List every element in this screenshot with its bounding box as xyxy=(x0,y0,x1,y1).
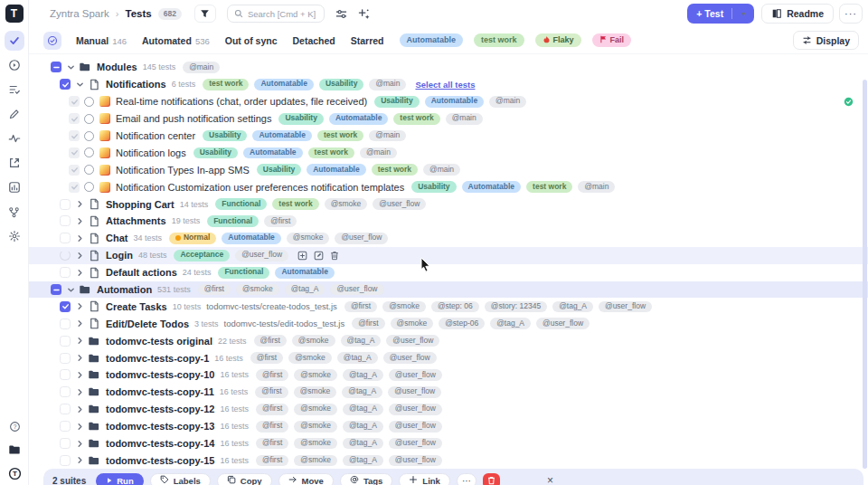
row-chip[interactable]: @smoke xyxy=(287,233,330,244)
row-chip[interactable]: test work xyxy=(308,147,354,159)
row-checkbox[interactable] xyxy=(60,301,71,312)
row-chip[interactable]: @main xyxy=(578,181,615,193)
row-title[interactable]: todomvc-tests-copy-11 xyxy=(106,386,214,397)
sidebar-item-runs[interactable] xyxy=(5,55,24,75)
row-checkbox[interactable] xyxy=(60,199,71,210)
chevron-down-icon[interactable] xyxy=(73,81,86,89)
row-title[interactable]: Real-time notifications (chat, order upd… xyxy=(116,96,367,107)
tree-row[interactable]: todomvc-tests-copy-1316 tests@first@smok… xyxy=(29,418,868,435)
row-chip[interactable]: Functional xyxy=(207,215,259,227)
chevron-right-icon[interactable] xyxy=(73,302,86,310)
row-chip[interactable]: @first xyxy=(254,335,287,347)
row-chip[interactable]: @story: 12345 xyxy=(485,301,547,313)
filter-chip-flaky[interactable]: Flaky xyxy=(535,33,581,47)
row-chip[interactable]: @smoke xyxy=(294,438,337,450)
row-chip[interactable]: Automatable xyxy=(425,96,484,108)
chevron-right-icon[interactable] xyxy=(73,337,86,345)
row-title[interactable]: todomvc-tests-copy-15 xyxy=(106,455,214,466)
row-title[interactable]: Default actions xyxy=(106,267,177,278)
row-chip[interactable]: @main xyxy=(446,113,483,125)
sidebar-item-tests[interactable] xyxy=(5,31,24,51)
row-chip[interactable]: @main xyxy=(369,79,406,90)
run-button[interactable]: Run xyxy=(96,473,143,485)
filter-item-detached[interactable]: Detached xyxy=(293,35,335,46)
row-checkbox[interactable] xyxy=(60,319,71,329)
tree-row[interactable]: Chat34 testsNormalAutomatable@smoke@user… xyxy=(29,230,868,247)
chevron-down-icon[interactable]: ▼ xyxy=(741,11,754,17)
severity-circle-icon[interactable] xyxy=(84,147,94,157)
row-checkbox[interactable] xyxy=(60,438,71,449)
row-chip[interactable]: @smoke xyxy=(292,335,335,347)
row-chip[interactable]: @user_flow xyxy=(388,386,441,398)
filter-chip-automatable[interactable]: Automatable xyxy=(400,33,464,46)
chevron-right-icon[interactable] xyxy=(73,388,86,396)
add-test-inline-icon[interactable] xyxy=(297,251,307,261)
row-chip[interactable]: Normal xyxy=(169,233,216,244)
selected-suites-link[interactable]: 2 suites xyxy=(52,476,86,485)
row-checkbox[interactable] xyxy=(69,96,80,107)
row-title[interactable]: Notification Customization user preferen… xyxy=(116,182,404,193)
sidebar-item-import[interactable] xyxy=(5,153,24,173)
row-title[interactable]: todomvc-tests-copy-1 xyxy=(106,353,209,364)
filter-funnel-button[interactable] xyxy=(194,5,216,23)
add-test-button[interactable]: + Test ▼ xyxy=(687,4,754,24)
row-chip[interactable]: @tag_A xyxy=(490,318,531,329)
row-chip[interactable]: @main xyxy=(489,96,526,108)
tree-row[interactable]: todomvc-tests-copy-116 tests@first@smoke… xyxy=(29,349,868,366)
row-chip[interactable]: @step: 06 xyxy=(431,301,479,313)
row-title[interactable]: Attachments xyxy=(106,215,166,226)
ai-create-button[interactable] xyxy=(358,8,370,20)
row-chip[interactable]: @user_flow xyxy=(235,250,288,262)
row-chip[interactable]: test work xyxy=(317,130,363,142)
tree-row[interactable]: todomvc-tests-copy-1016 tests@first@smok… xyxy=(29,366,868,384)
row-title[interactable]: Modules xyxy=(97,62,137,72)
more-menu-button[interactable]: ··· xyxy=(839,4,863,24)
row-checkbox[interactable] xyxy=(69,113,80,124)
row-chip[interactable]: @first xyxy=(255,386,288,398)
row-chip[interactable]: @first xyxy=(264,215,297,227)
row-checkbox[interactable] xyxy=(60,233,71,243)
sidebar-item-settings[interactable] xyxy=(5,226,24,246)
sidebar-item-analytics[interactable] xyxy=(5,177,24,197)
select-visible-toggle[interactable] xyxy=(43,32,61,50)
search-input[interactable]: Search [Cmd + K] xyxy=(227,5,325,23)
tags-button[interactable]: Tags xyxy=(340,473,392,485)
tree-row[interactable]: todomvc-tests-copy-1416 tests@first@smok… xyxy=(29,435,868,452)
row-chip[interactable]: @smoke xyxy=(236,284,279,296)
chevron-right-icon[interactable] xyxy=(73,269,86,277)
row-title[interactable]: Notification logs xyxy=(116,147,186,158)
row-chip[interactable]: @smoke xyxy=(325,198,368,210)
row-checkbox[interactable] xyxy=(60,267,71,278)
row-chip[interactable]: @smoke xyxy=(294,421,337,433)
tree-row[interactable]: Notifications6 teststest workAutomatable… xyxy=(29,76,868,93)
readme-button[interactable]: Readme xyxy=(761,4,834,24)
row-title[interactable]: todomvc-tests-copy-13 xyxy=(106,421,214,432)
row-chip[interactable]: test work xyxy=(393,113,439,125)
row-chip[interactable]: Automatable xyxy=(252,130,311,142)
app-logo[interactable]: T xyxy=(5,5,24,23)
tree-row[interactable]: Default actions24 testsFunctionalAutomat… xyxy=(29,264,868,281)
display-button[interactable]: Display xyxy=(793,31,859,50)
row-chip[interactable]: @user_flow xyxy=(389,455,442,467)
filter-item-automated[interactable]: Automated536 xyxy=(142,35,210,46)
row-checkbox[interactable] xyxy=(51,62,61,72)
tree-row[interactable]: Shopping Cart14 testsFunctionaltest work… xyxy=(29,195,868,213)
scrollbar[interactable] xyxy=(863,80,867,469)
row-chip[interactable]: @smoke xyxy=(294,386,337,398)
sidebar-item-plans[interactable] xyxy=(5,80,24,100)
row-title[interactable]: todomvc-tests original xyxy=(106,336,212,347)
row-chip[interactable]: @smoke xyxy=(294,455,337,467)
chevron-right-icon[interactable] xyxy=(73,423,86,431)
row-chip[interactable]: test work xyxy=(272,198,318,210)
row-checkbox[interactable] xyxy=(60,336,71,347)
row-chip[interactable]: @smoke xyxy=(391,318,434,329)
breadcrumb-project[interactable]: Zyntra Spark xyxy=(50,8,109,19)
row-chip[interactable]: Usability xyxy=(319,79,363,90)
row-checkbox[interactable] xyxy=(69,182,80,193)
tree-row[interactable]: Automation531 tests@first@smoke@tag_A@us… xyxy=(29,281,868,299)
tree-row[interactable]: Attachments19 testsFunctional@first xyxy=(29,213,868,230)
row-chip[interactable]: @user_flow xyxy=(330,284,383,296)
row-checkbox[interactable] xyxy=(60,404,71,414)
row-chip[interactable]: @user_flow xyxy=(383,352,437,364)
chevron-right-icon[interactable] xyxy=(73,200,86,208)
